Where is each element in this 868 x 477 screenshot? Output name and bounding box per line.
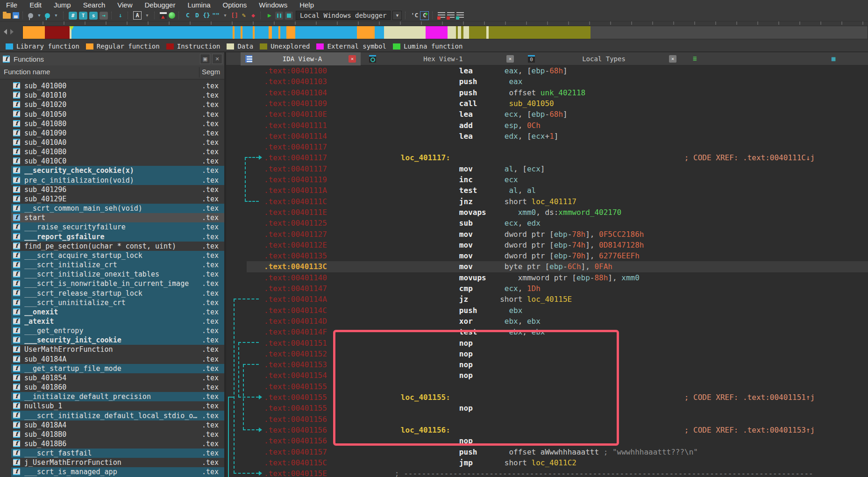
make-data-button[interactable]: D: [193, 11, 201, 20]
function-row[interactable]: fsub_401000.tex: [0, 81, 224, 91]
windows-menu-icon[interactable]: ▦: [832, 55, 835, 62]
disasm-line[interactable]: .text:0040110Eleaecx, [ebp-68h]: [226, 109, 868, 120]
disasm-line[interactable]: .text:00401100leaeax, [ebp-68h]: [226, 65, 868, 76]
lumina-button[interactable]: [169, 12, 175, 19]
function-row[interactable]: f___scrt_release_startup_lock.tex: [0, 288, 224, 298]
menu-item-edit[interactable]: Edit: [23, 0, 48, 10]
disasm-line[interactable]: .text:0040113Cmovbyte ptr [ebp-6Ch], 0FA…: [226, 261, 868, 272]
disasm-line[interactable]: .text:00401127movdword ptr [ebp-78h], 0F…: [226, 229, 868, 240]
functions-panel-titlebar[interactable]: f Functions ▣ ✕: [0, 52, 224, 65]
function-row[interactable]: ffind_pe_section(uchar * const, uint).te…: [0, 242, 224, 251]
function-row[interactable]: f___scrt_acquire_startup_lock.tex: [0, 251, 224, 260]
disasm-line[interactable]: .text:00401111addesp, 0Ch: [226, 120, 868, 131]
navband-scroll-right-icon[interactable]: [10, 29, 14, 35]
function-row[interactable]: fsub_4010A0.tex: [0, 138, 224, 147]
function-row[interactable]: fsub_401860.tex: [0, 383, 224, 392]
function-row[interactable]: f___scrt_is_managed_app.tex: [0, 467, 224, 477]
disasm-line[interactable]: .text:00401125subecx, edx: [226, 218, 868, 228]
function-row[interactable]: fsub_401854.tex: [0, 373, 224, 383]
disasm-line[interactable]: .text:0040111Emovapsxmm0, ds:xmmword_402…: [226, 207, 868, 218]
color-flag-button[interactable]: [160, 12, 167, 19]
menu-item-lumina[interactable]: Lumina: [181, 0, 216, 10]
make-string-button[interactable]: "": [212, 11, 220, 20]
navigation-band[interactable]: [0, 21, 868, 41]
navigate-forward-dropdown[interactable]: ▾: [52, 11, 60, 20]
function-row[interactable]: f___scrt_fastfail.tex: [0, 449, 224, 458]
function-row[interactable]: f__security_check_cookie(x).tex: [0, 166, 224, 175]
debugger-selector-dropdown[interactable]: ▼: [392, 11, 402, 20]
make-array-button[interactable]: []: [231, 11, 238, 20]
function-row[interactable]: f___scrt_is_nonwritable_in_current_image…: [0, 279, 224, 288]
navigate-forward-button[interactable]: [45, 13, 50, 18]
function-row[interactable]: f_atexit.tex: [0, 317, 224, 326]
debugger-selector[interactable]: Local Windows debugger: [296, 11, 391, 20]
menu-item-view[interactable]: View: [111, 0, 138, 10]
disasm-line[interactable]: .text:00401117moval, [ecx]: [226, 164, 868, 174]
function-row[interactable]: fsub_4018B0.tex: [0, 430, 224, 439]
column-segment[interactable]: Segm: [202, 68, 220, 76]
function-row[interactable]: fsub_40129E.tex: [0, 194, 224, 204]
make-struct-button[interactable]: {}: [203, 11, 210, 20]
disasm-line[interactable]: .text:00401114leaedx, [ecx+1]: [226, 131, 868, 142]
function-row[interactable]: f___security_init_cookie.tex: [0, 335, 224, 345]
open-file-button[interactable]: [3, 13, 11, 19]
function-row[interactable]: f__get_startup_file_mode.tex: [0, 364, 224, 373]
disasm-line[interactable]: .text:00401140movupsxmmword ptr [ebp-88h…: [226, 272, 868, 283]
disasm-line[interactable]: .text:00401117: [226, 142, 868, 152]
disasm-line[interactable]: .text:0040111Atestal, al: [226, 185, 868, 196]
ascii-dropdown[interactable]: ▾: [143, 11, 151, 20]
tab-close-icon[interactable]: ✕: [669, 55, 676, 63]
function-row[interactable]: fsub_4018A4.tex: [0, 420, 224, 430]
function-row[interactable]: fsub_40184A.tex: [0, 355, 224, 364]
disasm-line[interactable]: .text:0040111Cjnzshort loc_401117: [226, 196, 868, 207]
text-window-button[interactable]: T: [79, 12, 87, 20]
column-splitter[interactable]: [199, 67, 199, 78]
disasm-line[interactable]: .text:0040114Ajzshort loc_40115E: [226, 294, 868, 305]
function-row[interactable]: fsub_401090.tex: [0, 128, 224, 138]
breakpoint-add-button[interactable]: [447, 12, 455, 19]
tab-local-types[interactable]: 0Local Types✕: [523, 52, 681, 65]
edit-button[interactable]: ✎: [240, 11, 248, 20]
function-row[interactable]: f___raise_securityfailure.tex: [0, 222, 224, 232]
function-row[interactable]: fsub_4010C0.tex: [0, 157, 224, 166]
function-row[interactable]: fj_UserMathErrorFunction.tex: [0, 458, 224, 467]
start-debugger-button[interactable]: ▶: [266, 11, 273, 20]
source-c-button[interactable]: 'C: [411, 11, 418, 20]
make-code-button[interactable]: C: [184, 11, 192, 20]
breakpoint-list-button[interactable]: [438, 12, 445, 19]
disasm-line[interactable]: .text:00401147cmpecx, 1Dh: [226, 283, 868, 294]
column-function-name[interactable]: Function name: [4, 68, 50, 76]
menu-item-debugger[interactable]: Debugger: [139, 0, 182, 10]
trace-list-button[interactable]: [456, 12, 464, 19]
disasm-line[interactable]: .text:00401135movdword ptr [ebp-70h], 62…: [226, 250, 868, 261]
pseudocode-button[interactable]: C: [420, 11, 429, 20]
menu-item-jump[interactable]: Jump: [48, 0, 77, 10]
save-file-button[interactable]: [13, 12, 19, 19]
function-row[interactable]: fsub_401050.tex: [0, 109, 224, 119]
function-row[interactable]: f___report_gsfailure.tex: [0, 232, 224, 242]
function-row[interactable]: fsub_401080.tex: [0, 119, 224, 128]
function-row[interactable]: f___scrt_initialize_default_local_stdio_…: [0, 411, 224, 420]
function-row[interactable]: f__initialize_default_precision.tex: [0, 392, 224, 401]
make-dropdown[interactable]: ▾: [221, 11, 229, 20]
tab-hex-view-1[interactable]: Hex View-1✕: [364, 52, 519, 65]
strings-window-button[interactable]: s: [89, 12, 98, 20]
navband-scroll-left-icon[interactable]: [4, 29, 7, 35]
navband-track[interactable]: [22, 26, 868, 39]
function-row[interactable]: f___scrt_uninitialize_crt.tex: [0, 298, 224, 307]
new-window-icon[interactable]: ≣: [693, 55, 697, 62]
menu-item-windows[interactable]: Windows: [253, 0, 293, 10]
disasm-line[interactable]: .text:00401103pusheax: [226, 76, 868, 87]
function-row[interactable]: fUserMathErrorFunction.tex: [0, 345, 224, 354]
function-row[interactable]: fsub_401010.tex: [0, 91, 224, 100]
menu-item-help[interactable]: Help: [293, 0, 320, 10]
tab-close-icon[interactable]: ✕: [506, 55, 514, 63]
tab-ida-view-a[interactable]: IDA View-A✕: [241, 52, 361, 65]
disasm-line[interactable]: .text:0040114Cpushebx: [226, 305, 868, 316]
function-row[interactable]: fsub_4010B0.tex: [0, 147, 224, 157]
menu-item-options[interactable]: Options: [217, 0, 253, 10]
pause-debugger-button[interactable]: [275, 12, 283, 20]
tab-close-icon[interactable]: ✕: [349, 55, 356, 63]
menu-item-file[interactable]: File: [0, 0, 23, 10]
function-row[interactable]: f___get_entropy.tex: [0, 326, 224, 335]
